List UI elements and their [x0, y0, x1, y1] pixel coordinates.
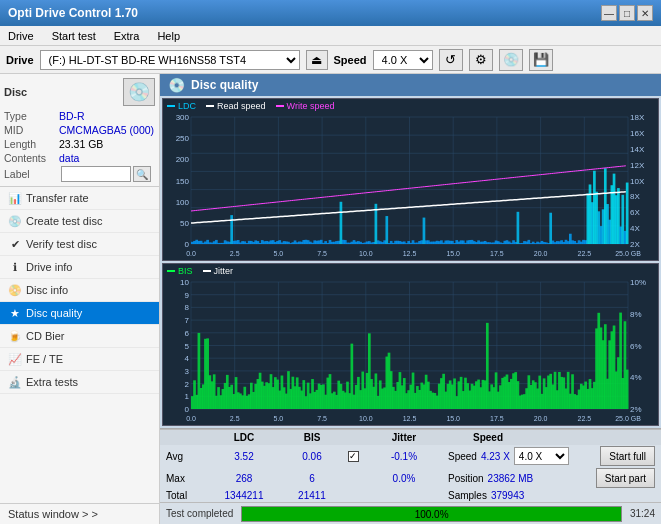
status-window-btn[interactable]: Status window > > — [0, 503, 159, 524]
ldc-header: LDC — [210, 432, 278, 443]
max-bis: 6 — [282, 473, 342, 484]
bis-header: BIS — [282, 432, 342, 443]
disc-section-title: Disc — [4, 86, 27, 98]
max-ldc: 268 — [210, 473, 278, 484]
total-ldc: 1344211 — [210, 490, 278, 501]
position-label: Position — [448, 473, 484, 484]
disc-label-btn[interactable]: 🔍 — [133, 166, 151, 182]
progress-text: 100.0% — [242, 507, 621, 522]
save-button[interactable]: 💾 — [529, 49, 553, 71]
disc-quality-label: Disc quality — [26, 307, 82, 319]
content-title: Disc quality — [191, 78, 258, 92]
disc-contents-label: Contents — [4, 152, 59, 164]
sidebar: Disc 💿 Type BD-R MID CMCMAGBA5 (000) Len… — [0, 74, 160, 524]
transfer-rate-icon: 📊 — [8, 191, 22, 205]
drive-info-icon: ℹ — [8, 260, 22, 274]
drive-select[interactable]: (F:) HL-DT-ST BD-RE WH16NS58 TST4 — [40, 50, 300, 70]
max-jitter: 0.0% — [364, 473, 444, 484]
disc-icon-btn[interactable]: 💿 — [123, 78, 155, 106]
total-bis: 21411 — [282, 490, 342, 501]
avg-label: Avg — [166, 451, 206, 462]
speed-label: Speed — [334, 54, 367, 66]
ldc-chart: LDC Read speed Write speed — [162, 98, 659, 261]
disc-length-value: 23.31 GB — [59, 138, 103, 150]
sidebar-item-create-test-disc[interactable]: 💿 Create test disc — [0, 210, 159, 233]
avg-bis: 0.06 — [282, 451, 342, 462]
disc-info-icon: 📀 — [8, 283, 22, 297]
disc-length-label: Length — [4, 138, 59, 150]
speed-stat-value: 4.23 X — [481, 451, 510, 462]
bis-legend-label: BIS — [178, 266, 193, 276]
extra-tests-label: Extra tests — [26, 376, 78, 388]
menu-start-test[interactable]: Start test — [48, 29, 100, 43]
status-text: Test completed — [166, 508, 233, 519]
max-label: Max — [166, 473, 206, 484]
avg-ldc: 3.52 — [210, 451, 278, 462]
drive-info-label: Drive info — [26, 261, 72, 273]
avg-jitter: -0.1% — [364, 451, 444, 462]
jitter-legend-label: Jitter — [214, 266, 234, 276]
eject-button[interactable]: ⏏ — [306, 50, 328, 70]
menu-bar: Drive Start test Extra Help — [0, 26, 661, 46]
bis-chart: BIS Jitter — [162, 263, 659, 426]
status-window-label: Status window > > — [8, 508, 98, 520]
speed-header: Speed — [448, 432, 528, 443]
jitter-checkbox[interactable]: ✓ — [348, 451, 359, 462]
speed-stat-select[interactable]: 4.0 X — [514, 447, 569, 465]
sidebar-item-drive-info[interactable]: ℹ Drive info — [0, 256, 159, 279]
drive-label: Drive — [6, 54, 34, 66]
status-time: 31:24 — [630, 508, 655, 519]
disc-type-value: BD-R — [59, 110, 85, 122]
transfer-rate-label: Transfer rate — [26, 192, 89, 204]
sidebar-item-cd-bier[interactable]: 🍺 CD Bier — [0, 325, 159, 348]
disc-type-label: Type — [4, 110, 59, 122]
disc-mid-value: CMCMAGBA5 (000) — [59, 124, 154, 136]
read-speed-legend-label: Read speed — [217, 101, 266, 111]
extra-tests-icon: 🔬 — [8, 375, 22, 389]
create-test-disc-icon: 💿 — [8, 214, 22, 228]
verify-test-disc-label: Verify test disc — [26, 238, 97, 250]
sidebar-item-transfer-rate[interactable]: 📊 Transfer rate — [0, 187, 159, 210]
menu-help[interactable]: Help — [153, 29, 184, 43]
sidebar-item-disc-info[interactable]: 📀 Disc info — [0, 279, 159, 302]
verify-test-disc-icon: ✔ — [8, 237, 22, 251]
fe-te-icon: 📈 — [8, 352, 22, 366]
sidebar-item-disc-quality[interactable]: ★ Disc quality — [0, 302, 159, 325]
disc-label-label: Label — [4, 168, 59, 180]
disc-label-input[interactable] — [61, 166, 131, 182]
start-part-button[interactable]: Start part — [596, 468, 655, 488]
maximize-button[interactable]: □ — [619, 5, 635, 21]
speed-stat-label: Speed — [448, 451, 477, 462]
sidebar-item-fe-te[interactable]: 📈 FE / TE — [0, 348, 159, 371]
samples-label: Samples — [448, 490, 487, 501]
jitter-header: Jitter — [364, 432, 444, 443]
samples-value: 379943 — [491, 490, 524, 501]
sidebar-item-extra-tests[interactable]: 🔬 Extra tests — [0, 371, 159, 394]
create-test-disc-label: Create test disc — [26, 215, 102, 227]
cd-bier-icon: 🍺 — [8, 329, 22, 343]
disc-quality-icon: ★ — [8, 306, 22, 320]
drive-bar: Drive (F:) HL-DT-ST BD-RE WH16NS58 TST4 … — [0, 46, 661, 74]
disc-contents-value: data — [59, 152, 79, 164]
total-label: Total — [166, 490, 206, 501]
start-full-button[interactable]: Start full — [600, 446, 655, 466]
speed-select[interactable]: 4.0 X — [373, 50, 433, 70]
menu-extra[interactable]: Extra — [110, 29, 144, 43]
settings-button[interactable]: ⚙ — [469, 49, 493, 71]
sidebar-item-verify-test-disc[interactable]: ✔ Verify test disc — [0, 233, 159, 256]
ldc-legend-label: LDC — [178, 101, 196, 111]
ldc-canvas — [163, 99, 658, 260]
write-speed-legend-label: Write speed — [287, 101, 335, 111]
cd-bier-label: CD Bier — [26, 330, 65, 342]
disc-mid-label: MID — [4, 124, 59, 136]
fe-te-label: FE / TE — [26, 353, 63, 365]
disc-button[interactable]: 💿 — [499, 49, 523, 71]
app-title: Opti Drive Control 1.70 — [8, 6, 138, 20]
position-value: 23862 MB — [488, 473, 534, 484]
refresh-button[interactable]: ↺ — [439, 49, 463, 71]
menu-drive[interactable]: Drive — [4, 29, 38, 43]
close-button[interactable]: ✕ — [637, 5, 653, 21]
minimize-button[interactable]: — — [601, 5, 617, 21]
content-area: 💿 Disc quality LDC Read speed — [160, 74, 661, 524]
title-bar: Opti Drive Control 1.70 — □ ✕ — [0, 0, 661, 26]
